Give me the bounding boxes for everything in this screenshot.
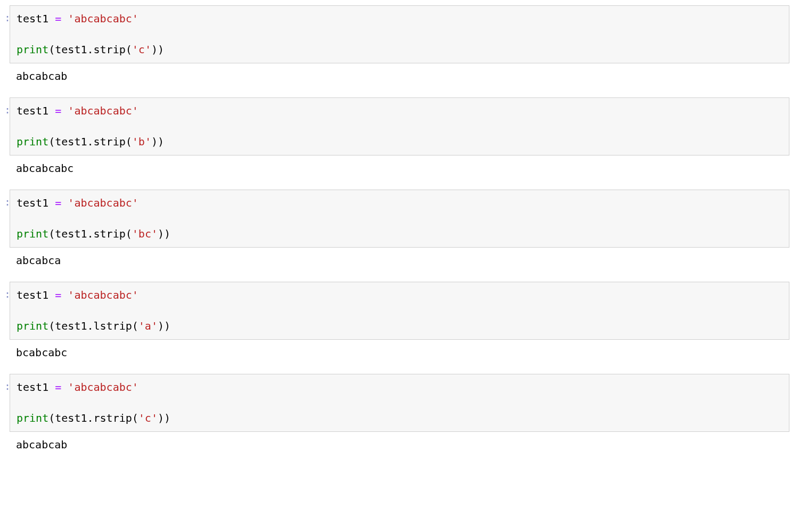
cell-group: :test1 = 'abcabcabc' print(test1.strip('… [0, 5, 799, 87]
code-content: test1 = 'abcabcabc' print(test1.lstrip('… [17, 288, 782, 334]
code-content: test1 = 'abcabcabc' print(test1.strip('b… [17, 195, 782, 242]
cell-group: :test1 = 'abcabcabc' print(test1.rstrip(… [0, 374, 799, 455]
cell-group: :test1 = 'abcabcabc' print(test1.strip('… [0, 190, 799, 271]
code-content: test1 = 'abcabcabc' print(test1.strip('c… [17, 11, 782, 58]
output-cell: abcabcab [10, 69, 789, 87]
output-cell: abcabcabc [10, 161, 789, 179]
output-cell: abcabca [10, 253, 789, 271]
cell-group: :test1 = 'abcabcabc' print(test1.lstrip(… [0, 282, 799, 363]
output-text: abcabcab [16, 437, 783, 452]
input-prompt-marker: : [4, 103, 11, 116]
code-content: test1 = 'abcabcabc' print(test1.rstrip('… [17, 380, 782, 426]
output-text: abcabca [16, 253, 783, 268]
code-content: test1 = 'abcabcabc' print(test1.strip('b… [17, 103, 782, 150]
notebook-container: :test1 = 'abcabcabc' print(test1.strip('… [0, 0, 799, 482]
output-text: abcabcabc [16, 161, 783, 176]
input-prompt-marker: : [4, 11, 11, 24]
output-cell: bcabcabc [10, 345, 789, 363]
input-prompt-marker: : [4, 380, 11, 392]
input-prompt-marker: : [4, 288, 11, 300]
code-input-cell[interactable]: :test1 = 'abcabcabc' print(test1.lstrip(… [10, 282, 789, 340]
input-prompt-marker: : [4, 195, 11, 208]
code-input-cell[interactable]: :test1 = 'abcabcabc' print(test1.strip('… [10, 97, 789, 155]
code-input-cell[interactable]: :test1 = 'abcabcabc' print(test1.strip('… [10, 190, 789, 248]
code-input-cell[interactable]: :test1 = 'abcabcabc' print(test1.rstrip(… [10, 374, 789, 432]
output-cell: abcabcab [10, 437, 789, 455]
code-input-cell[interactable]: :test1 = 'abcabcabc' print(test1.strip('… [10, 5, 789, 63]
cell-group: :test1 = 'abcabcabc' print(test1.strip('… [0, 97, 799, 179]
output-text: abcabcab [16, 69, 783, 84]
output-text: bcabcabc [16, 345, 783, 360]
